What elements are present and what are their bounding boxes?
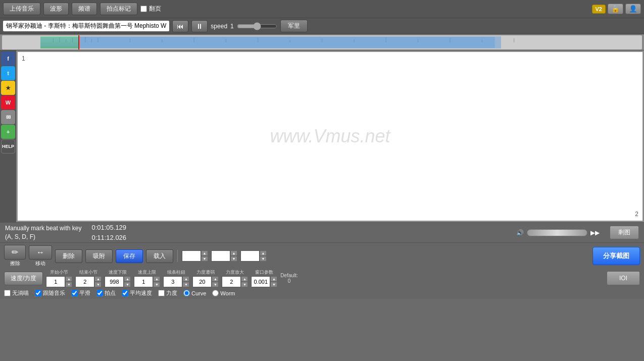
follow-music-checkbox[interactable]: [35, 290, 41, 296]
save-btn[interactable]: 保存: [116, 249, 143, 263]
end-bar-input[interactable]: [75, 276, 94, 287]
curve-label: Curve: [191, 290, 206, 296]
smooth-checkbox[interactable]: [71, 290, 78, 296]
worm-radio[interactable]: [212, 290, 219, 296]
bar-shift-dn[interactable]: ▼: [260, 256, 267, 262]
start-bar-dn[interactable]: ▼: [65, 282, 72, 287]
waveform-btn[interactable]: 波形: [43, 3, 69, 15]
pause-btn[interactable]: ⏸: [191, 20, 208, 32]
speed-min-up[interactable]: ▲: [124, 276, 131, 282]
force-checkbox[interactable]: [158, 290, 165, 296]
upload-music-btn[interactable]: 上传音乐: [3, 3, 40, 15]
start-beat-dn[interactable]: ▼: [230, 256, 237, 262]
status-bar: Manually mark beat with key (A, S, D, F)…: [0, 222, 644, 242]
window-param-input[interactable]: [251, 276, 270, 287]
window-param-dn[interactable]: ▼: [270, 282, 277, 287]
help-btn[interactable]: HELP: [1, 139, 15, 153]
prev-btn[interactable]: ⏮: [172, 20, 188, 32]
speed-max-dn[interactable]: ▼: [153, 282, 160, 287]
per-bar-up[interactable]: ▲: [201, 250, 208, 256]
continue-pins-input[interactable]: [163, 276, 182, 287]
status-line1: Manually mark beat with key: [5, 224, 81, 233]
right-col: 分享截图: [592, 247, 640, 265]
force-blur-dn[interactable]: ▼: [212, 282, 219, 287]
plus-btn[interactable]: +: [1, 125, 15, 139]
speed-min-group: 速度下限 ▲ ▼: [105, 269, 131, 287]
beat-item: 拍点: [96, 289, 116, 297]
speed-max-input[interactable]: [134, 276, 153, 287]
speed-max-up[interactable]: ▲: [153, 276, 160, 282]
no-effect-label: 无淌喵: [12, 289, 29, 297]
waveform-container[interactable]: [2, 35, 642, 49]
avg-speed-checkbox[interactable]: [122, 290, 128, 296]
snap-btn[interactable]: 吸附: [85, 249, 113, 263]
force-zoom-group: 力度放大 ▲ ▼: [222, 269, 248, 287]
star-btn[interactable]: ★: [1, 81, 15, 95]
speed-slider[interactable]: [237, 22, 277, 30]
user-btn[interactable]: 👤: [625, 4, 641, 14]
bar-shift-group: ▲ ▼: [240, 250, 267, 262]
speed-max-group: 速度上限 ▲ ▼: [134, 269, 160, 287]
mail-btn[interactable]: ✉: [1, 110, 15, 124]
force-zoom-input[interactable]: [222, 276, 241, 287]
bar-shift-up[interactable]: ▲: [260, 250, 267, 256]
avg-speed-item: 平均速度: [122, 289, 152, 297]
speed-force-btn[interactable]: 速度/力度: [4, 272, 43, 285]
force-blur-up[interactable]: ▲: [212, 276, 219, 282]
erase-label: 擦除: [10, 260, 20, 267]
volume-icon: 🔊: [516, 229, 524, 236]
force-zoom-dn[interactable]: ▼: [241, 282, 248, 287]
lock-icon: 🔒: [611, 5, 620, 13]
window-param-group: 窗口参数 ▲ ▼: [251, 269, 277, 287]
follow-music-item: 跟随音乐: [35, 289, 65, 297]
ctrl-row-2: 速度/力度 开始小节 ▲ ▼ 结束小节 ▲ ▼: [4, 269, 640, 287]
twitter-btn[interactable]: t: [1, 66, 15, 80]
spectrum-btn[interactable]: 频谱: [72, 3, 97, 15]
time1: 0:01:05.129: [91, 223, 126, 233]
speed-min-input[interactable]: [105, 276, 124, 287]
flip-label: 翻页: [149, 5, 161, 13]
beat-checkbox[interactable]: [96, 290, 103, 296]
score-canvas[interactable]: 1 www.Vmus.net 2: [17, 51, 643, 221]
beat-mark-btn[interactable]: 拍点标记: [100, 3, 137, 15]
share-btn[interactable]: 分享截图: [592, 247, 640, 265]
social-sidebar: f t ★ W ✉ + HELP: [0, 50, 16, 222]
move-btn[interactable]: ↔: [29, 245, 52, 260]
start-beat-input[interactable]: [211, 250, 230, 262]
force-zoom-up[interactable]: ▲: [241, 276, 248, 282]
load-btn[interactable]: 载入: [146, 249, 173, 263]
score-btn[interactable]: 剩图: [610, 226, 639, 239]
erase-btn[interactable]: ✏: [4, 245, 26, 260]
weibo-btn[interactable]: W: [1, 95, 15, 110]
curve-radio[interactable]: [183, 290, 190, 296]
play-mode-btn[interactable]: 军里: [280, 20, 308, 32]
sep1: [177, 250, 178, 262]
facebook-btn[interactable]: f: [1, 51, 15, 66]
bar-shift-input[interactable]: [240, 250, 260, 262]
per-bar-up-input[interactable]: [182, 250, 201, 262]
delete-btn[interactable]: 删除: [55, 249, 82, 263]
volume-area: 🔊 ▶▶: [516, 229, 600, 236]
continue-pins-up[interactable]: ▲: [182, 276, 189, 282]
continue-pins-group: 续条柱鈕 ▲ ▼: [163, 269, 189, 287]
speed-min-label: 速度下限: [109, 269, 127, 276]
svg-rect-0: [40, 37, 495, 48]
lock-btn[interactable]: 🔒: [608, 4, 623, 14]
score-area: 1 www.Vmus.net 2: [16, 50, 644, 222]
no-effect-checkbox[interactable]: [4, 290, 11, 296]
per-bar-dn[interactable]: ▼: [201, 256, 208, 262]
window-param-up[interactable]: ▲: [270, 276, 277, 282]
continue-pins-dn[interactable]: ▼: [182, 282, 189, 287]
end-bar-dn[interactable]: ▼: [94, 282, 102, 287]
smooth-label: 平滑: [79, 289, 90, 297]
end-bar-up[interactable]: ▲: [94, 276, 102, 282]
start-bar-input[interactable]: [46, 276, 65, 287]
speed-min-dn[interactable]: ▼: [124, 282, 131, 287]
measure-num-1: 1: [22, 55, 25, 62]
start-bar-up[interactable]: ▲: [65, 276, 72, 282]
force-blur-input[interactable]: [192, 276, 212, 287]
flip-checkbox[interactable]: [140, 6, 147, 12]
iol-btn[interactable]: IOI: [607, 271, 640, 285]
start-beat-up[interactable]: ▲: [230, 250, 237, 256]
end-bar-group: 结束小节 ▲ ▼: [75, 269, 102, 287]
